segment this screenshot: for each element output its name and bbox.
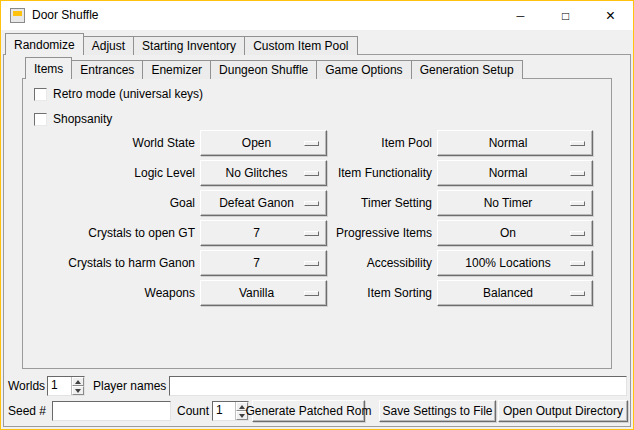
worlds-value: 1 <box>48 377 71 395</box>
button-label: Generate Patched Rom <box>245 404 371 418</box>
dropdown-progressive-items[interactable]: On <box>437 220 593 246</box>
dropdown-timer-setting[interactable]: No Timer <box>437 190 593 216</box>
tab-label: Randomize <box>14 38 75 52</box>
maximize-button[interactable]: □ <box>543 1 588 30</box>
dropdown-label: Accessibility <box>330 256 437 270</box>
maximize-icon: □ <box>562 9 569 23</box>
tab-label: Game Options <box>325 63 402 77</box>
dropdown-goal[interactable]: Defeat Ganon <box>200 190 327 216</box>
close-button[interactable]: × <box>588 1 633 30</box>
tab-custom-item-pool[interactable]: Custom Item Pool <box>244 36 357 55</box>
dropdown-row: Logic Level No Glitches <box>30 160 327 186</box>
dropdown-item-pool[interactable]: Normal <box>437 130 593 156</box>
dropdown-row: Item Pool Normal <box>330 130 593 156</box>
dropdown-value: Normal <box>489 136 542 150</box>
tab-label: Entrances <box>80 63 134 77</box>
minimize-button[interactable]: ─ <box>498 1 543 30</box>
tab-entrances[interactable]: Entrances <box>71 60 143 79</box>
dropdown-world-state[interactable]: Open <box>200 130 327 156</box>
dropdown-value: On <box>500 226 530 240</box>
tab-starting-inventory[interactable]: Starting Inventory <box>133 36 245 55</box>
dropdown-row: Timer Setting No Timer <box>330 190 593 216</box>
dropdown-indicator-icon <box>570 171 585 176</box>
checkbox-retro-mode[interactable] <box>34 88 47 101</box>
tab-label: Enemizer <box>151 63 202 77</box>
tab-enemizer[interactable]: Enemizer <box>142 60 211 79</box>
dropdown-indicator-icon <box>570 291 585 296</box>
title-bar[interactable]: Door Shuffle ─ □ × <box>1 1 633 30</box>
dropdown-crystals-open-gt[interactable]: 7 <box>200 220 327 246</box>
open-output-directory-button[interactable]: Open Output Directory <box>498 400 628 422</box>
dropdown-label: Weapons <box>30 286 200 300</box>
count-value: 1 <box>213 402 235 420</box>
dropdown-label: Crystals to harm Ganon <box>30 256 200 270</box>
dropdown-label: Item Functionality <box>330 166 437 180</box>
dropdown-indicator-icon <box>304 171 319 176</box>
dropdown-row: Progressive Items On <box>330 220 593 246</box>
dropdown-crystals-harm-ganon[interactable]: 7 <box>200 250 327 276</box>
dropdown-column-right: Item Pool Normal Item Functionality Norm… <box>330 130 593 310</box>
spinner-buttons <box>71 377 84 395</box>
checkbox-label: Retro mode (universal keys) <box>53 87 203 101</box>
tab-generation-setup[interactable]: Generation Setup <box>411 60 523 79</box>
tab-game-options[interactable]: Game Options <box>316 60 411 79</box>
worlds-label: Worlds <box>8 379 45 393</box>
dropdown-item-sorting[interactable]: Balanced <box>437 280 593 306</box>
dropdown-value: Vanilla <box>239 286 288 300</box>
dropdown-value: Balanced <box>483 286 547 300</box>
dropdown-label: Logic Level <box>30 166 200 180</box>
inner-tab-bar: Items Entrances Enemizer Dungeon Shuffle… <box>25 57 522 79</box>
shopsanity-row: Shopsanity <box>34 112 112 126</box>
seed-input[interactable] <box>52 401 171 421</box>
dropdown-accessibility[interactable]: 100% Locations <box>437 250 593 276</box>
dropdown-value: No Timer <box>484 196 547 210</box>
tab-items[interactable]: Items <box>25 57 72 79</box>
player-names-input[interactable] <box>169 376 627 396</box>
dropdown-row: Crystals to harm Ganon 7 <box>30 250 327 276</box>
checkbox-shopsanity[interactable] <box>34 113 47 126</box>
dropdown-indicator-icon <box>570 141 585 146</box>
count-spinbox[interactable]: 1 <box>212 401 249 421</box>
window-title: Door Shuffle <box>32 1 99 30</box>
dropdown-indicator-icon <box>304 261 319 266</box>
button-label: Save Settings to File <box>382 404 492 418</box>
app-icon <box>10 8 25 23</box>
dropdown-label: Item Sorting <box>330 286 437 300</box>
dropdown-value: 7 <box>253 226 274 240</box>
worlds-spinbox[interactable]: 1 <box>47 376 85 396</box>
dropdown-weapons[interactable]: Vanilla <box>200 280 327 306</box>
dropdown-value: 100% Locations <box>465 256 564 270</box>
generate-patched-rom-button[interactable]: Generate Patched Rom <box>252 400 365 422</box>
dropdown-value: No Glitches <box>225 166 301 180</box>
door-shuffle-window: Door Shuffle ─ □ × Randomize Adjust Star… <box>1 1 633 429</box>
dropdown-value: Open <box>242 136 285 150</box>
checkbox-label: Shopsanity <box>53 112 112 126</box>
dropdown-item-functionality[interactable]: Normal <box>437 160 593 186</box>
count-label: Count <box>177 404 209 418</box>
dropdown-row: Crystals to open GT 7 <box>30 220 327 246</box>
tab-label: Starting Inventory <box>142 39 236 53</box>
dropdown-row: Item Sorting Balanced <box>330 280 593 306</box>
dropdown-label: Crystals to open GT <box>30 226 200 240</box>
dropdown-row: World State Open <box>30 130 327 156</box>
dropdown-indicator-icon <box>570 261 585 266</box>
seed-label: Seed # <box>8 404 46 418</box>
save-settings-button[interactable]: Save Settings to File <box>379 400 496 422</box>
dropdown-logic-level[interactable]: No Glitches <box>200 160 327 186</box>
tab-adjust[interactable]: Adjust <box>83 36 134 55</box>
dropdown-indicator-icon <box>570 201 585 206</box>
tab-randomize[interactable]: Randomize <box>5 33 84 55</box>
dropdown-label: Timer Setting <box>330 196 437 210</box>
dropdown-indicator-icon <box>304 141 319 146</box>
tab-dungeon-shuffle[interactable]: Dungeon Shuffle <box>210 60 317 79</box>
dropdown-column-left: World State Open Logic Level No Glitches… <box>30 130 327 310</box>
spin-down-icon[interactable] <box>72 386 84 395</box>
button-label: Open Output Directory <box>503 404 623 418</box>
dropdown-indicator-icon <box>304 201 319 206</box>
dropdown-label: Progressive Items <box>330 226 437 240</box>
dropdown-label: Item Pool <box>330 136 437 150</box>
dropdown-row: Item Functionality Normal <box>330 160 593 186</box>
spin-up-icon[interactable] <box>72 377 84 386</box>
dropdown-row: Weapons Vanilla <box>30 280 327 306</box>
dropdown-value: 7 <box>253 256 274 270</box>
